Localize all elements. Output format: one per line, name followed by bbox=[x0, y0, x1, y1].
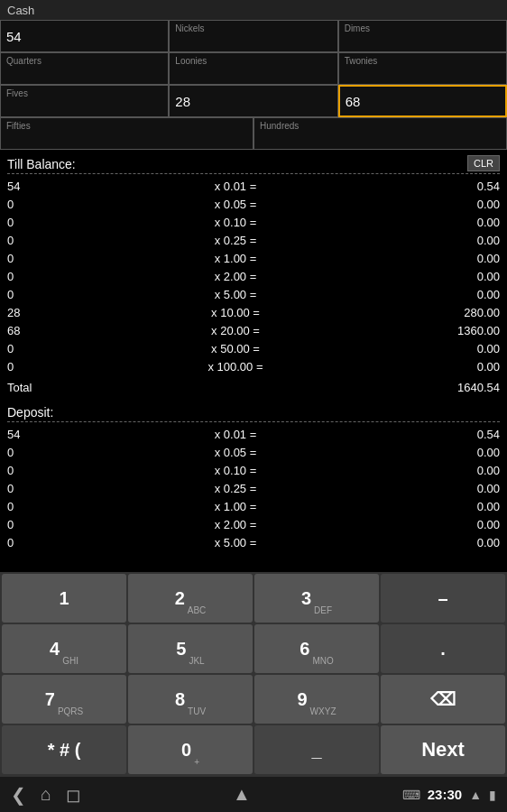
deposit-title: Deposit: bbox=[7, 405, 500, 420]
loonies-label: Loonies bbox=[175, 56, 331, 66]
quarters-label: Quarters bbox=[6, 56, 162, 66]
keyboard-icon: ⌨ bbox=[402, 788, 420, 802]
deposit-balance-row: 0 x 1.00 = 0.00 bbox=[7, 498, 500, 516]
nickels-input[interactable]: Nickels bbox=[169, 20, 337, 52]
special-key-14[interactable]: _ bbox=[254, 725, 379, 774]
deposit-balance-row: 0 x 0.25 = 0.00 bbox=[7, 480, 500, 498]
clr-button[interactable]: CLR bbox=[467, 155, 500, 171]
pennies-input[interactable]: 54 bbox=[0, 20, 169, 52]
special-key-7[interactable]: . bbox=[381, 624, 505, 673]
back-icon[interactable]: ❮ bbox=[11, 784, 26, 806]
till-balance-row: 0 x 2.00 = 0.00 bbox=[7, 268, 500, 286]
wifi-icon: ▲ bbox=[469, 788, 482, 802]
balance-section: Till Balance: CLR 54 x 0.01 = 0.54 0 x 0… bbox=[0, 150, 507, 572]
pennies-value: 54 bbox=[6, 29, 162, 44]
special-key-3[interactable]: – bbox=[381, 574, 505, 623]
till-balance-header: Till Balance: CLR bbox=[7, 153, 500, 171]
nav-left: ❮ ⌂ ◻ bbox=[11, 784, 81, 806]
backspace-button[interactable]: ⌫ bbox=[381, 675, 505, 724]
nav-right: ⌨ 23:30 ▲ ▮ bbox=[402, 787, 496, 802]
key-5[interactable]: 5JKL bbox=[128, 624, 253, 673]
hundreds-label: Hundreds bbox=[260, 121, 501, 131]
key-4[interactable]: 4GHI bbox=[2, 624, 126, 673]
title-bar: Cash bbox=[0, 0, 507, 20]
nav-bar: ❮ ⌂ ◻ ▲ ⌨ 23:30 ▲ ▮ bbox=[0, 776, 507, 812]
tens-value: 28 bbox=[175, 94, 331, 109]
till-balance-row: 54 x 0.01 = 0.54 bbox=[7, 178, 500, 196]
till-balance-row: 68 x 20.00 = 1360.00 bbox=[7, 322, 500, 340]
fives-label: Fives bbox=[6, 88, 162, 98]
deposit-divider bbox=[7, 421, 500, 422]
time-display: 23:30 bbox=[428, 787, 462, 802]
till-divider bbox=[7, 173, 500, 174]
special-key-12[interactable]: * # ( bbox=[2, 725, 126, 774]
loonies-input[interactable]: Loonies bbox=[169, 52, 337, 85]
up-icon[interactable]: ▲ bbox=[233, 784, 251, 805]
till-balance-row: 0 x 100.00 = 0.00 bbox=[7, 358, 500, 376]
key-7[interactable]: 7PQRS bbox=[2, 675, 126, 724]
fives-input[interactable]: Fives bbox=[0, 85, 169, 117]
key-2[interactable]: 2ABC bbox=[128, 574, 253, 623]
twenties-value: 68 bbox=[346, 94, 500, 109]
deposit-balance-row: 0 x 5.00 = 0.00 bbox=[7, 534, 500, 552]
keypad: 12ABC3DEF–4GHI5JKL6MNO.7PQRS8TUV9WXYZ⌫* … bbox=[0, 572, 507, 776]
key-3[interactable]: 3DEF bbox=[254, 574, 379, 623]
recent-icon[interactable]: ◻ bbox=[66, 784, 81, 806]
nickels-label: Nickels bbox=[175, 23, 331, 33]
next-button[interactable]: Next bbox=[381, 725, 505, 774]
total-label: Total bbox=[7, 381, 419, 394]
twonies-input[interactable]: Twonies bbox=[338, 52, 507, 85]
battery-icon: ▮ bbox=[489, 788, 496, 802]
till-balance-row: 0 x 1.00 = 0.00 bbox=[7, 250, 500, 268]
till-balance-row: 0 x 0.25 = 0.00 bbox=[7, 232, 500, 250]
quarters-input[interactable]: Quarters bbox=[0, 52, 169, 85]
key-8[interactable]: 8TUV bbox=[128, 675, 253, 724]
key-0[interactable]: 0+ bbox=[128, 725, 253, 774]
input-grid: 54 Nickels Dimes Quarters Loonies Twonie… bbox=[0, 20, 507, 117]
deposit-balance-row: 0 x 2.00 = 0.00 bbox=[7, 516, 500, 534]
tens-input[interactable]: 28 bbox=[169, 85, 337, 117]
till-balance-row: 28 x 10.00 = 280.00 bbox=[7, 304, 500, 322]
till-balance-title: Till Balance: bbox=[7, 157, 76, 171]
key-1[interactable]: 1 bbox=[2, 574, 126, 623]
dimes-label: Dimes bbox=[345, 23, 501, 33]
twonies-label: Twonies bbox=[345, 56, 501, 66]
fifties-label: Fifties bbox=[6, 121, 247, 131]
deposit-balance-row: 0 x 0.05 = 0.00 bbox=[7, 444, 500, 462]
home-icon[interactable]: ⌂ bbox=[41, 784, 51, 806]
key-9[interactable]: 9WXYZ bbox=[254, 675, 379, 724]
deposit-rows: 54 x 0.01 = 0.54 0 x 0.05 = 0.00 0 x 0.1… bbox=[7, 426, 500, 552]
twenties-input[interactable]: 68 bbox=[338, 85, 507, 117]
till-total-row: Total 1640.54 bbox=[7, 378, 500, 396]
till-balance-row: 0 x 50.00 = 0.00 bbox=[7, 340, 500, 358]
till-balance-row: 0 x 0.10 = 0.00 bbox=[7, 214, 500, 232]
till-rows: 54 x 0.01 = 0.54 0 x 0.05 = 0.00 0 x 0.1… bbox=[7, 178, 500, 376]
deposit-balance-row: 54 x 0.01 = 0.54 bbox=[7, 426, 500, 444]
key-6[interactable]: 6MNO bbox=[254, 624, 379, 673]
deposit-balance-row: 0 x 0.10 = 0.00 bbox=[7, 462, 500, 480]
input-row3: Fifties Hundreds bbox=[0, 117, 507, 150]
fifties-input[interactable]: Fifties bbox=[0, 117, 254, 150]
till-balance-row: 0 x 5.00 = 0.00 bbox=[7, 286, 500, 304]
nav-center-icon: ▲ bbox=[233, 784, 251, 805]
till-balance-row: 0 x 0.05 = 0.00 bbox=[7, 196, 500, 214]
total-value: 1640.54 bbox=[419, 381, 500, 394]
hundreds-input[interactable]: Hundreds bbox=[254, 117, 507, 150]
dimes-input[interactable]: Dimes bbox=[338, 20, 507, 52]
app-title: Cash bbox=[7, 4, 34, 17]
